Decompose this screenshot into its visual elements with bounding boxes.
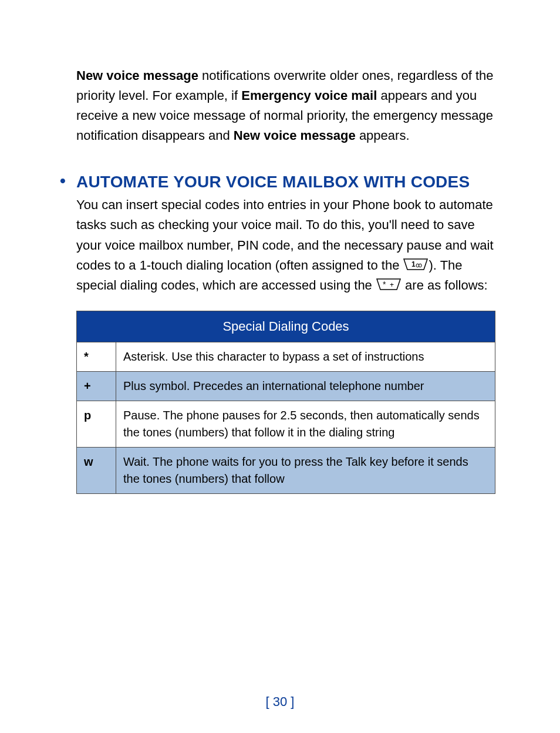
page-number: [ 30 ] xyxy=(0,694,560,710)
section-body: You can insert special codes into entrie… xyxy=(76,195,495,295)
svg-text:+: + xyxy=(390,281,394,289)
bullet-icon: • xyxy=(60,173,66,189)
section-body-post: are as follows: xyxy=(402,278,488,292)
code-cell: + xyxy=(77,371,116,401)
intro-bold-3: New voice message xyxy=(234,128,356,143)
svg-text:*: * xyxy=(383,280,386,289)
intro-bold-2: Emergency voice mail xyxy=(241,88,377,103)
star-key-icon: *+ xyxy=(376,278,402,291)
intro-text-3: appears. xyxy=(356,128,410,143)
desc-cell: Asterisk. Use this character to bypass a… xyxy=(116,342,495,371)
intro-bold-1: New voice message xyxy=(76,68,198,83)
section-heading-text: AUTOMATE YOUR VOICE MAILBOX WITH CODES xyxy=(76,173,470,191)
section-automate-voicemail: • AUTOMATE YOUR VOICE MAILBOX WITH CODES… xyxy=(76,173,495,493)
intro-paragraph: New voice message notifications overwrit… xyxy=(76,66,495,146)
one-key-icon: 1ꝏ xyxy=(403,258,429,271)
desc-cell: Wait. The phone waits for you to press t… xyxy=(116,447,495,493)
manual-page: New voice message notifications overwrit… xyxy=(0,0,560,733)
table-row: * Asterisk. Use this character to bypass… xyxy=(77,342,495,371)
special-dialing-codes-table: Special Dialing Codes * Asterisk. Use th… xyxy=(76,311,495,494)
desc-cell: Pause. The phone pauses for 2.5 seconds,… xyxy=(116,401,495,447)
code-cell: p xyxy=(77,401,116,447)
code-cell: * xyxy=(77,342,116,371)
table-row: w Wait. The phone waits for you to press… xyxy=(77,447,495,493)
table-row: + Plus symbol. Precedes an international… xyxy=(77,371,495,401)
section-heading: • AUTOMATE YOUR VOICE MAILBOX WITH CODES xyxy=(76,173,495,191)
table-header: Special Dialing Codes xyxy=(77,311,495,342)
svg-text:ꝏ: ꝏ xyxy=(416,261,422,268)
code-cell: w xyxy=(77,447,116,493)
table-row: p Pause. The phone pauses for 2.5 second… xyxy=(77,401,495,447)
svg-text:1: 1 xyxy=(411,260,416,268)
desc-cell: Plus symbol. Precedes an international t… xyxy=(116,371,495,401)
